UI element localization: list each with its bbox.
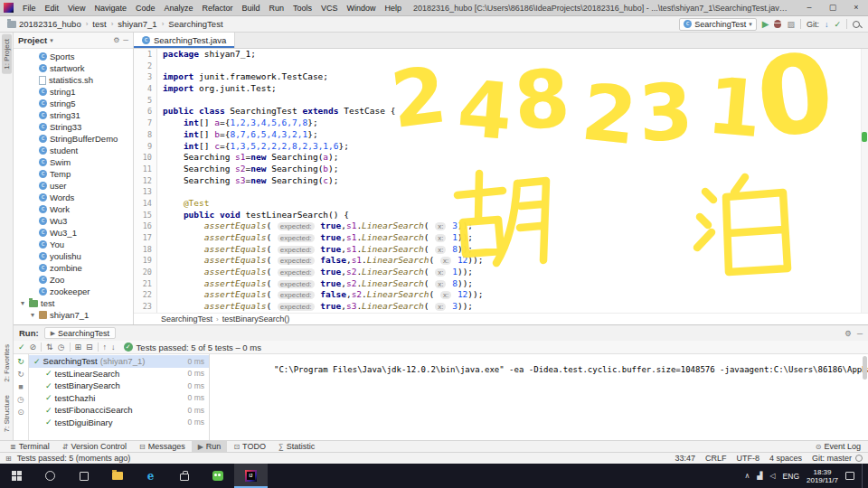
run-console[interactable]: "C:\Program Files\Java\jdk-12.0.2\bin\ja… [210,354,868,440]
rerun-tests-icon[interactable]: ↻ [17,357,24,366]
menu-help[interactable]: Help [381,2,407,14]
test-row[interactable]: ✓testBinarySearch0 ms [29,380,209,392]
project-tree-item[interactable]: Zoo [14,274,133,286]
bottom-tab-terminal[interactable]: ≣Terminal [4,441,56,452]
taskbar-file-explorer[interactable] [100,464,134,488]
taskbar-edge-browser[interactable] [134,464,167,488]
network-icon[interactable]: ▟ [757,472,762,480]
taskbar-intellij-idea[interactable] [234,464,268,488]
hide-panel-icon[interactable]: ─ [857,329,863,338]
project-tree-item[interactable]: student [14,145,133,156]
editor-scrollbar[interactable] [861,49,868,313]
menu-build[interactable]: Build [237,2,264,14]
expand-all-icon[interactable]: ⊞ [75,341,82,353]
sort-by-duration-icon[interactable]: ◷ [58,341,65,353]
project-tree-item[interactable]: Temp [14,168,133,180]
breadcrumb-item[interactable]: test [90,19,108,29]
menu-tools[interactable]: Tools [288,2,316,14]
test-root-row[interactable]: ✓ SearchingTest (shiyan7_1) 0 ms [29,355,209,368]
project-tree-item[interactable]: Words [14,192,133,203]
menu-code[interactable]: Code [131,2,160,14]
language-indicator[interactable]: ENG [783,472,799,481]
vcs-update-button[interactable]: ↓ [825,20,829,29]
bottom-tab-statistic[interactable]: ∑Statistic [272,441,321,452]
run-configuration-select[interactable]: SearchingTest ▾ [679,18,757,31]
stripe-project-button[interactable]: 1: Project [2,34,12,74]
tool-window-switcher-icon[interactable]: ⊞ [5,455,12,463]
bottom-tab-messages[interactable]: ⊟Messages [133,441,192,452]
menu-navigate[interactable]: Navigate [90,2,131,14]
project-tree-item[interactable]: user [14,180,133,192]
stop-process-icon[interactable]: ■ [18,382,23,391]
menu-run[interactable]: Run [265,2,289,14]
notification-bell-icon[interactable] [855,455,863,462]
project-tree-item[interactable]: You [14,239,133,250]
menu-file[interactable]: File [18,2,41,14]
search-everywhere-icon[interactable] [853,21,860,28]
debug-bug-icon[interactable] [774,20,781,28]
vcs-commit-button[interactable]: ✓ [834,20,841,29]
run-button[interactable]: ▶ [762,18,769,31]
show-ignored-filter-icon[interactable]: ⊘ [30,341,37,353]
status-4-spaces[interactable]: 4 spaces [769,454,802,463]
previous-failed-test-icon[interactable]: ↑ [103,341,108,353]
project-tree-item[interactable]: String33 [14,121,133,133]
test-row[interactable]: ✓testLinearSearch0 ms [29,368,209,380]
chevron-down-icon[interactable]: ▾ [19,299,26,307]
project-tree-item[interactable]: ▾shiyan7_1 [14,309,133,321]
project-tree-item[interactable]: startwork [14,62,133,74]
status-utf-8[interactable]: UTF-8 [736,454,760,463]
taskbar-start[interactable] [0,464,33,488]
taskbar-microsoft-store[interactable] [167,464,201,488]
taskbar-task-view[interactable] [67,464,100,488]
hide-panel-icon[interactable]: ─ [123,36,128,44]
run-tab-searchingtest[interactable]: ▶ SearchingTest [44,327,116,339]
pin-tab-icon[interactable]: ⊙ [17,408,24,417]
test-row[interactable]: ✓testChazhi0 ms [29,392,209,405]
chevron-down-icon[interactable]: ▾ [29,311,36,319]
project-tree-item[interactable]: Wu3_1 [14,227,133,239]
minimize-button[interactable]: – [797,0,821,15]
project-tree-item[interactable]: string31 [14,109,133,121]
project-tree-item[interactable]: string1 [14,86,133,98]
project-tree-item[interactable]: youlishu [14,250,133,262]
stripe-favorites-button[interactable]: 2: Favorites [2,340,12,387]
test-row[interactable]: ✓testDiguiBinary0 ms [29,417,209,429]
menu-analyze[interactable]: Analyze [159,2,197,14]
project-tree-item[interactable]: Sports [14,51,133,62]
next-failed-test-icon[interactable]: ↓ [111,341,116,353]
menu-window[interactable]: Window [343,2,381,14]
close-button[interactable]: × [844,0,868,15]
editor-gutter[interactable]: 1234567891011121314151617181920212223 [134,49,157,313]
menu-view[interactable]: View [63,2,90,14]
settings-gear-icon[interactable]: ⚙ [113,36,119,44]
stripe-structure-button[interactable]: 7: Structure [2,390,12,436]
project-tree-item[interactable]: ▾test [14,297,133,309]
status-33-47[interactable]: 33:47 [675,454,695,463]
collapse-all-icon[interactable]: ⊟ [86,341,93,353]
project-tree-item[interactable]: StringBufferDemo [14,133,133,145]
breadcrumb-item[interactable]: SearchingTest [166,19,224,29]
event-log-button[interactable]: ⊙ Event Log [816,442,864,451]
breadcrumb-item[interactable]: shiyan7_1 [116,19,158,29]
project-tree-item[interactable]: string5 [14,98,133,109]
show-desktop-button[interactable] [862,464,865,488]
breadcrumb-item[interactable]: 20182316_hubo [5,19,83,29]
status-crlf[interactable]: CRLF [705,454,727,463]
show-passed-filter-icon[interactable]: ✓ [18,341,25,353]
project-tree-item[interactable]: zombine [14,262,133,274]
taskbar-cortana-search[interactable] [33,464,67,488]
volume-icon[interactable]: ◁ [769,472,775,480]
bottom-tab-todo[interactable]: ⊡TODO [227,441,272,452]
rerun-failed-tests-icon[interactable]: ↻ [17,370,24,379]
editor-breadcrumb-item[interactable]: testBinarySearch() [222,314,290,324]
code-editor[interactable]: 1234567891011121314151617181920212223 pa… [134,49,868,313]
project-tree-item[interactable]: Swim [14,156,133,168]
test-row[interactable]: ✓testFibonacciSearch0 ms [29,404,209,417]
maximize-button[interactable]: ▢ [821,0,844,15]
project-tree-item[interactable]: Work [14,203,133,215]
taskbar-wechat[interactable] [201,464,234,488]
menu-edit[interactable]: Edit [41,2,64,14]
editor-breadcrumb-item[interactable]: SearchingTest [161,314,212,324]
coverage-button[interactable]: ▨ [787,18,795,31]
